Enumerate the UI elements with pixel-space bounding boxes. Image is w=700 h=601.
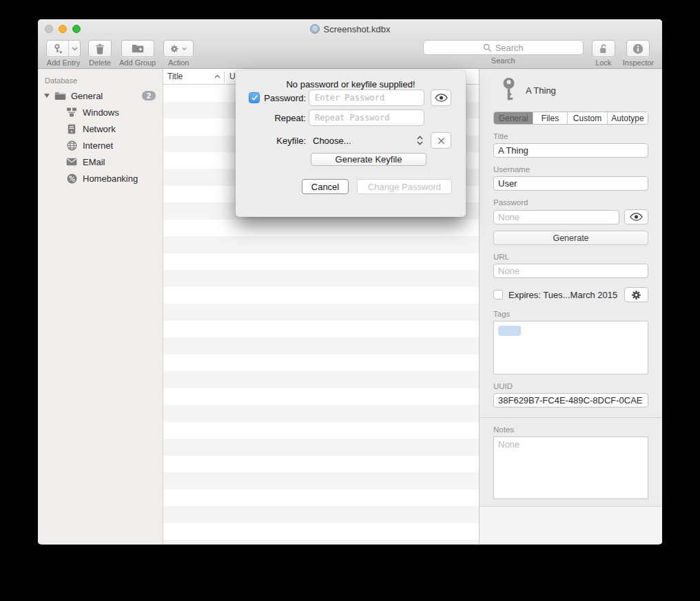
trash-icon <box>95 43 105 54</box>
change-password-dialog: No password or keyfile supplied! Passwor… <box>236 70 466 217</box>
toolbar-item-action: Action <box>163 40 194 67</box>
sidebar-item-label: Homebanking <box>83 173 138 184</box>
action-button[interactable] <box>163 40 194 57</box>
dialog-message: No password or keyfile supplied! <box>236 79 466 89</box>
tag-pill[interactable] <box>498 326 521 336</box>
search-input[interactable]: Search <box>423 40 584 55</box>
generate-password-button[interactable]: Generate <box>493 231 648 245</box>
clear-keyfile-button[interactable] <box>431 132 451 149</box>
enter-password-input[interactable] <box>309 89 424 106</box>
add-group-button[interactable] <box>121 40 154 57</box>
close-button[interactable] <box>45 25 53 33</box>
url-field[interactable] <box>493 264 648 278</box>
keyfile-row: Keyfile: Choose... <box>249 132 466 149</box>
zoom-button[interactable] <box>72 25 81 33</box>
dialog-repeat-label: Repeat: <box>260 113 306 123</box>
url-label: URL <box>493 253 648 261</box>
expires-settings-button[interactable] <box>624 287 648 302</box>
column-header-username[interactable]: U <box>225 72 236 81</box>
sidebar-item-label: Internet <box>83 140 113 151</box>
inspector-header: A Thing <box>502 76 648 105</box>
sidebar-item-internet[interactable]: Internet <box>38 137 163 154</box>
delete-caption: Delete <box>89 59 111 67</box>
add-entry-caption: Add Entry <box>47 59 80 67</box>
toolbar-item-add-group: Add Group <box>119 40 156 67</box>
sidebar: Database General 2 Windows Network <box>38 69 163 544</box>
expires-label: Expires: Tues...March 2015 <box>508 290 617 300</box>
percent-circle-icon <box>65 173 78 184</box>
expires-row: Expires: Tues...March 2015 <box>493 287 648 302</box>
inspector-panel: A Thing General Files Custom Autotype Ti… <box>480 69 662 544</box>
search-icon <box>483 43 492 52</box>
toolbar-item-inspector: Inspector <box>623 40 654 67</box>
username-field[interactable] <box>493 176 648 191</box>
globe-icon <box>65 140 78 151</box>
sidebar-item-label: EMail <box>83 157 105 167</box>
column-header-title[interactable]: Title <box>163 72 224 81</box>
tab-custom[interactable]: Custom <box>568 112 608 124</box>
keyfile-selected-value: Choose... <box>313 136 351 146</box>
password-row: Password: <box>249 89 466 106</box>
eye-icon <box>435 94 448 102</box>
change-password-button[interactable]: Change Password <box>357 179 452 194</box>
reveal-password-button[interactable] <box>624 209 648 224</box>
toolbar: Add Entry Delete Add Group Action <box>38 39 662 69</box>
password-field[interactable] <box>493 210 619 224</box>
notes-field[interactable] <box>493 436 648 499</box>
sidebar-item-email[interactable]: EMail <box>38 154 163 170</box>
entry-title: A Thing <box>526 85 556 96</box>
title-field[interactable] <box>493 143 648 158</box>
tab-autotype[interactable]: Autotype <box>608 112 648 124</box>
toolbar-item-add-entry: Add Entry <box>46 40 81 67</box>
notes-label: Notes <box>493 425 648 434</box>
add-entry-dropdown-arrow[interactable] <box>68 41 80 56</box>
envelope-icon <box>65 158 78 166</box>
tags-label: Tags <box>493 310 648 318</box>
sidebar-item-network[interactable]: Network <box>38 120 163 137</box>
inspector-tabs: General Files Custom Autotype <box>493 112 648 125</box>
add-entry-button[interactable] <box>46 40 81 57</box>
delete-button[interactable] <box>88 40 112 57</box>
uuid-label: UUID <box>493 382 648 390</box>
window-title-text: Screenshot.kdbx <box>324 24 391 34</box>
sidebar-item-general[interactable]: General 2 <box>38 87 163 104</box>
unlocked-padlock-icon <box>598 43 608 54</box>
stepper-icon <box>417 136 423 145</box>
inspector-footer <box>480 506 662 544</box>
checkmark-icon <box>251 94 258 101</box>
window-title: Screenshot.kdbx <box>310 24 391 34</box>
uuid-field[interactable] <box>493 393 648 408</box>
tab-general[interactable]: General <box>494 112 533 124</box>
minimize-button[interactable] <box>59 25 67 33</box>
repeat-password-input[interactable] <box>309 109 424 126</box>
disclosure-triangle-icon[interactable] <box>44 94 50 98</box>
cancel-button[interactable]: Cancel <box>302 179 349 194</box>
sidebar-item-label: General <box>71 91 103 101</box>
inspector-button[interactable] <box>626 40 650 57</box>
folder-icon <box>54 92 66 101</box>
key-icon <box>502 77 516 103</box>
sidebar-item-homebanking[interactable]: Homebanking <box>38 170 163 187</box>
lock-caption: Lock <box>595 59 611 67</box>
expires-checkbox[interactable] <box>493 290 503 299</box>
password-checkbox[interactable] <box>249 92 260 103</box>
action-dropdown-arrow <box>182 47 187 51</box>
lock-button[interactable] <box>592 40 615 57</box>
toolbar-item-search: Search Search <box>423 40 584 65</box>
search-placeholder: Search <box>495 43 524 53</box>
close-x-icon <box>438 137 445 145</box>
traffic-lights <box>45 25 81 33</box>
password-label: Password <box>493 198 648 207</box>
workgroup-icon <box>65 107 78 117</box>
titlebar: Screenshot.kdbx <box>38 19 662 39</box>
sidebar-item-windows[interactable]: Windows <box>38 104 163 120</box>
key-plus-icon[interactable] <box>47 41 68 56</box>
title-label: Title <box>493 132 648 140</box>
sidebar-section-header: Database <box>38 74 163 87</box>
keyfile-select[interactable]: Choose... <box>309 136 424 146</box>
tags-field[interactable] <box>493 321 648 375</box>
show-password-button[interactable] <box>431 89 451 106</box>
tab-files[interactable]: Files <box>533 112 568 124</box>
generate-keyfile-button[interactable]: Generate Keyfile <box>311 153 426 166</box>
entry-count-badge: 2 <box>142 91 156 101</box>
